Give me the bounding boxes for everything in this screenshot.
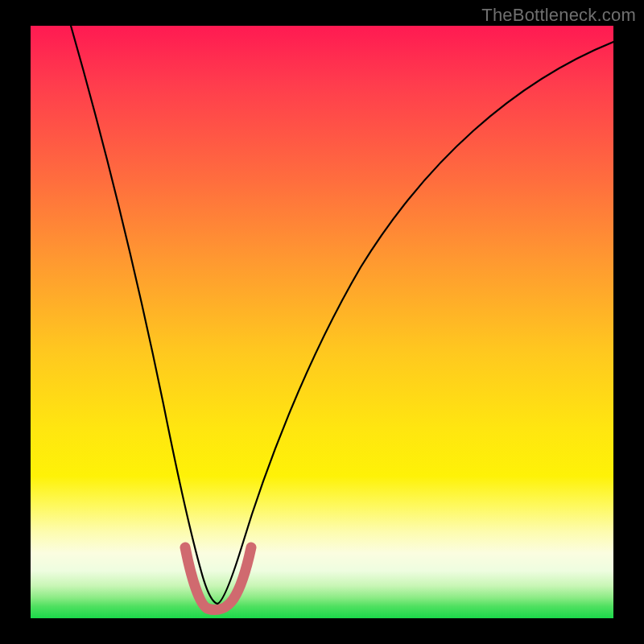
curve-layer xyxy=(31,26,613,618)
watermark-text: TheBottleneck.com xyxy=(481,5,636,26)
bottleneck-curve xyxy=(71,26,613,604)
plot-area xyxy=(31,26,613,618)
highlight-band xyxy=(185,547,251,610)
chart-frame: TheBottleneck.com xyxy=(0,0,644,644)
